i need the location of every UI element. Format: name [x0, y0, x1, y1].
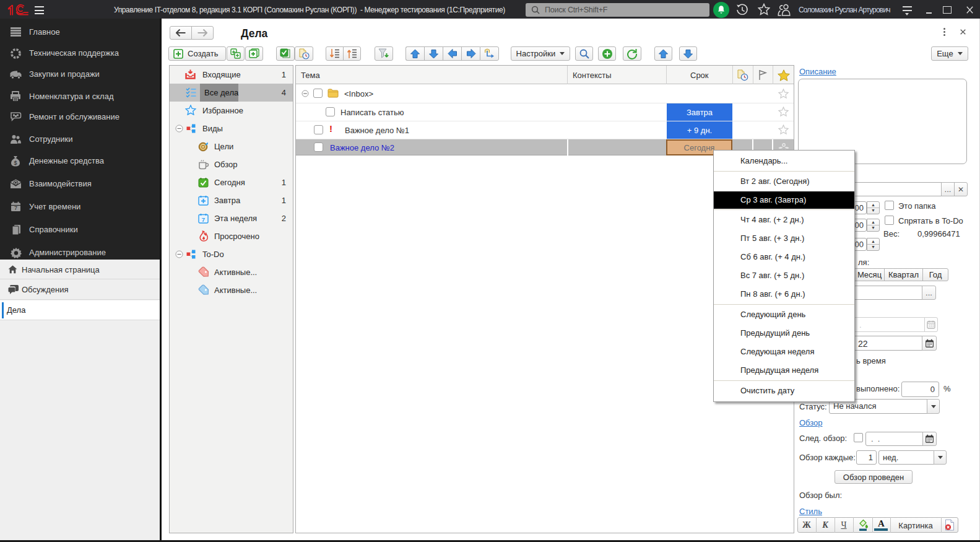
svg-text:$: $ [14, 160, 17, 166]
svg-text:7: 7 [14, 205, 17, 211]
svg-text:7: 7 [202, 216, 205, 223]
